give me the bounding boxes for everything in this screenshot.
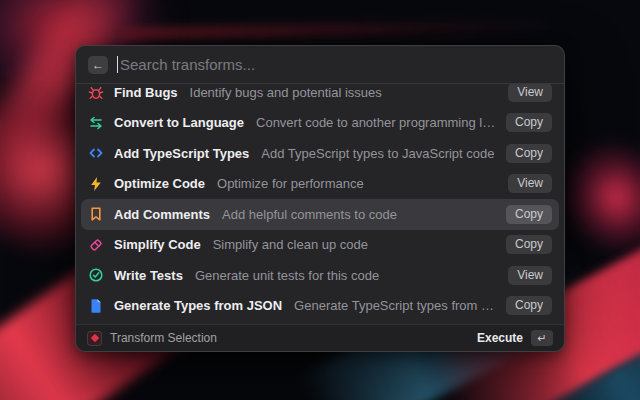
- copy-button[interactable]: Copy: [506, 144, 552, 163]
- eraser-icon: [88, 237, 104, 253]
- row-simplify-code[interactable]: Simplify Code Simplify and clean up code…: [81, 230, 559, 261]
- transform-list: Find Bugs Identify bugs and potential is…: [76, 84, 564, 324]
- row-title: Convert to Language: [114, 115, 244, 130]
- row-title: Write Tests: [114, 268, 183, 283]
- diamond-glyph: [90, 334, 98, 342]
- back-button[interactable]: ←: [88, 56, 108, 74]
- transform-extension-icon: [87, 331, 102, 346]
- row-find-bugs[interactable]: Find Bugs Identify bugs and potential is…: [81, 84, 559, 108]
- row-subtitle: Simplify and clean up code: [213, 237, 496, 252]
- search-input[interactable]: [120, 56, 552, 73]
- row-subtitle: Generate unit tests for this code: [195, 268, 498, 283]
- row-title: Add Comments: [114, 207, 210, 222]
- copy-button[interactable]: Copy: [506, 205, 552, 224]
- search-field-wrap: [117, 56, 552, 73]
- footer-bar: Transform Selection Execute ↵: [76, 324, 564, 351]
- copy-button[interactable]: Copy: [506, 235, 552, 254]
- row-title: Add TypeScript Types: [114, 146, 249, 161]
- swap-arrows-icon: [88, 115, 104, 131]
- row-generate-types-from-json[interactable]: Generate Types from JSON Generate TypeSc…: [81, 291, 559, 322]
- row-title: Optimize Code: [114, 176, 205, 191]
- row-title: Generate Types from JSON: [114, 298, 282, 313]
- copy-button[interactable]: Copy: [506, 296, 552, 315]
- row-title: Find Bugs: [114, 85, 178, 100]
- return-key-icon: ↵: [531, 330, 553, 346]
- bug-icon: [88, 84, 104, 100]
- row-add-typescript-types[interactable]: Add TypeScript Types Add TypeScript type…: [81, 138, 559, 169]
- row-subtitle: Identify bugs and potential issues: [190, 85, 499, 100]
- row-write-tests[interactable]: Write Tests Generate unit tests for this…: [81, 260, 559, 291]
- copy-button[interactable]: Copy: [506, 113, 552, 132]
- row-subtitle: Add helpful comments to code: [222, 207, 496, 222]
- view-button[interactable]: View: [508, 174, 552, 193]
- wallpaper-shape: [120, 20, 550, 40]
- bookmark-icon: [88, 206, 104, 222]
- search-bar: ←: [76, 46, 564, 84]
- check-circle-icon: [88, 267, 104, 283]
- lightning-bolt-icon: [88, 176, 104, 192]
- execute-action[interactable]: Execute: [477, 331, 523, 345]
- view-button[interactable]: View: [508, 84, 552, 102]
- row-subtitle: Add TypeScript types to JavaScript code: [261, 146, 496, 161]
- command-palette: ← Find Bugs Identify bugs and potential …: [75, 45, 565, 352]
- footer-command-label: Transform Selection: [110, 331, 469, 345]
- row-add-comments[interactable]: Add Comments Add helpful comments to cod…: [81, 199, 559, 230]
- text-caret: [117, 56, 118, 73]
- file-icon: [88, 298, 104, 314]
- arrow-left-icon: ←: [92, 56, 104, 74]
- row-subtitle: Generate TypeScript types from JSON data: [294, 298, 496, 313]
- row-subtitle: Optimize for performance: [217, 176, 498, 191]
- row-subtitle: Convert code to another programming lang…: [256, 115, 496, 130]
- row-title: Simplify Code: [114, 237, 201, 252]
- view-button[interactable]: View: [508, 266, 552, 285]
- code-brackets-icon: [88, 145, 104, 161]
- row-convert-to-language[interactable]: Convert to Language Convert code to anot…: [81, 108, 559, 139]
- row-optimize-code[interactable]: Optimize Code Optimize for performance V…: [81, 169, 559, 200]
